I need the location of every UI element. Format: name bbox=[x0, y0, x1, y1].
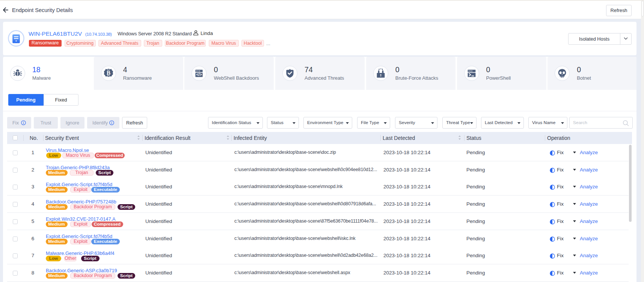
svg-text:</>: </> bbox=[196, 72, 202, 77]
svg-text:B: B bbox=[107, 70, 110, 76]
